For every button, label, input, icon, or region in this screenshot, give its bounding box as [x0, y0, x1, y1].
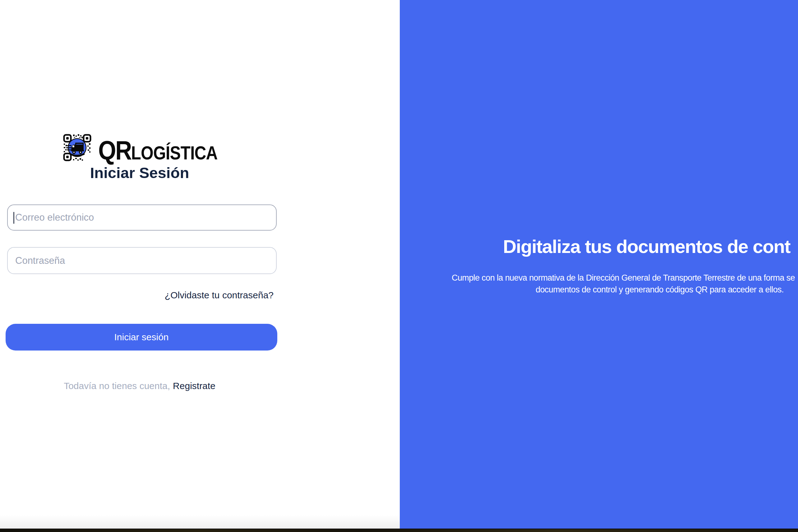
- desktop-edge-strip: [0, 529, 798, 532]
- hero-panel: Digitaliza tus documentos de cont Cumple…: [400, 0, 798, 532]
- brand-logistica-text: LOGÍSTICA: [131, 142, 218, 164]
- login-page: QRLOGÍSTICA Iniciar Sesión ¿Olvidaste tu…: [0, 0, 798, 532]
- register-link[interactable]: Registrate: [173, 381, 216, 391]
- text-cursor: [13, 212, 14, 224]
- email-input[interactable]: [7, 205, 277, 231]
- signup-prefix: Todavía no tienes cuenta,: [64, 381, 170, 391]
- signup-text: Todavía no tienes cuenta,Registrate: [3, 380, 276, 392]
- forgot-password-link[interactable]: ¿Olvidaste tu contraseña?: [165, 290, 274, 301]
- login-button[interactable]: Iniciar sesión: [5, 324, 277, 350]
- password-input[interactable]: [7, 247, 277, 274]
- page-title: Iniciar Sesión: [3, 165, 276, 181]
- qr-code-truck-icon: [63, 134, 92, 162]
- brand-qr-text: QR: [98, 135, 131, 165]
- login-panel: QRLOGÍSTICA Iniciar Sesión ¿Olvidaste tu…: [0, 0, 400, 532]
- hero-subtitle-line2: documentos de control y generando código…: [536, 283, 784, 296]
- hero-subtitle-line1: Cumple con la nueva normativa de la Dire…: [452, 271, 795, 284]
- login-form: QRLOGÍSTICA Iniciar Sesión ¿Olvidaste tu…: [3, 0, 276, 532]
- hero-title: Digitaliza tus documentos de cont: [503, 237, 790, 257]
